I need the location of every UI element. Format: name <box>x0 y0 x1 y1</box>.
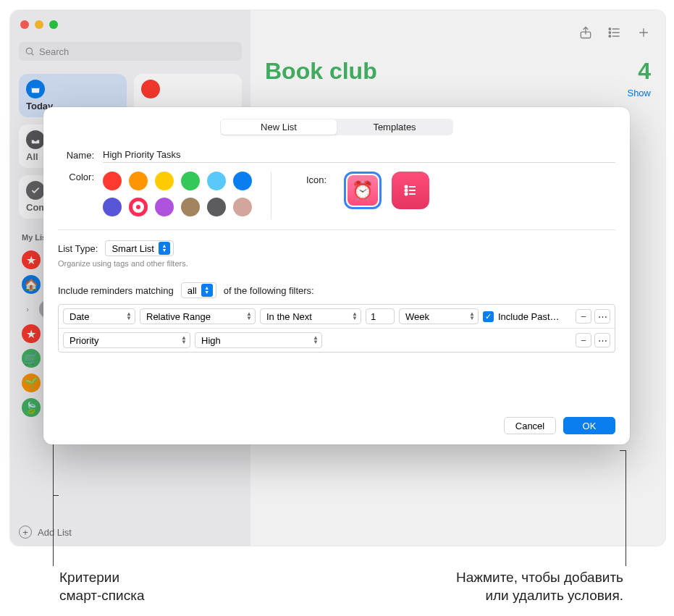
updown-icon: ▲▼ <box>352 312 358 321</box>
ok-button[interactable]: OK <box>563 417 615 434</box>
callout-right: Нажмите, чтобы добавить или удалить усло… <box>456 569 623 604</box>
updown-icon: ▲▼ <box>201 284 213 297</box>
color-swatch-green[interactable] <box>181 172 200 190</box>
list-icon: 🍃 <box>22 398 41 417</box>
updown-icon: ▲▼ <box>313 336 319 345</box>
updown-icon: ▲▼ <box>246 312 252 321</box>
filter-options-button[interactable]: ⋯ <box>594 333 610 347</box>
chevron-right-icon[interactable]: › <box>22 305 33 313</box>
updown-icon: ▲▼ <box>181 336 187 345</box>
share-icon[interactable] <box>578 25 593 40</box>
filter-op-select[interactable]: In the Next▲▼ <box>260 308 361 324</box>
callout-tick <box>53 495 59 496</box>
match-mode-value: all <box>188 285 197 296</box>
page-title: Book club <box>265 58 377 85</box>
name-field[interactable] <box>103 147 615 163</box>
check-icon <box>26 181 45 200</box>
callout-left: Критерии смарт-списка <box>59 569 145 604</box>
name-label: Name: <box>58 150 94 161</box>
icon-choices: ⏰ <box>344 172 429 209</box>
segmented-control[interactable]: New List Templates <box>220 119 453 135</box>
list-type-hint: Organize using tags and other filters. <box>58 259 615 268</box>
remove-filter-button[interactable]: − <box>576 333 591 347</box>
icon-label: Icon: <box>306 172 327 185</box>
match-mode-select[interactable]: all ▲▼ <box>181 282 216 298</box>
filter-row-priority: Priority▲▼ High▲▼ − ⋯ <box>59 328 615 352</box>
tray-icon <box>26 130 45 149</box>
updown-icon: ▲▼ <box>159 242 170 255</box>
filter-row-date: Date▲▼ Relative Range▲▼ In the Next▲▼ 1 … <box>59 305 615 328</box>
list-icon: 🏠 <box>22 275 41 294</box>
color-icon-row: Color: Icon: ⏰ <box>58 172 615 219</box>
filter-field-select[interactable]: Date▲▼ <box>63 308 135 324</box>
minimize-window-button[interactable] <box>35 20 43 29</box>
updown-icon: ▲▼ <box>469 312 475 321</box>
filter-number-input[interactable]: 1 <box>366 308 395 324</box>
color-label: Color: <box>58 172 94 182</box>
color-swatch-blue[interactable] <box>233 172 252 190</box>
svg-point-11 <box>609 35 611 38</box>
color-swatch-lightblue[interactable] <box>207 172 226 190</box>
list-type-value: Smart List <box>111 243 154 254</box>
match-suffix: of the following filters: <box>224 285 314 296</box>
list-icon: 🌱 <box>22 374 41 392</box>
add-reminder-icon[interactable] <box>636 25 651 40</box>
icon-choice-list[interactable] <box>392 172 429 209</box>
remove-filter-button[interactable]: − <box>576 309 591 324</box>
tab-new-list[interactable]: New List <box>221 119 337 135</box>
color-swatch-gray[interactable] <box>207 198 226 216</box>
svg-point-0 <box>26 48 32 54</box>
color-swatch-orange[interactable] <box>129 172 148 190</box>
calendar-icon <box>26 80 45 98</box>
window-controls <box>20 20 58 29</box>
callout-line <box>625 450 626 566</box>
filter-field-select[interactable]: Priority▲▼ <box>63 332 190 348</box>
color-swatch-pink[interactable] <box>129 198 148 216</box>
svg-point-16 <box>405 190 408 192</box>
color-swatch-red[interactable] <box>103 172 122 190</box>
list-type-row: List Type: Smart List ▲▼ <box>58 240 615 256</box>
add-list-button[interactable]: + Add List <box>19 526 72 539</box>
match-row: Include reminders matching all ▲▼ of the… <box>58 282 615 298</box>
cancel-button[interactable]: Cancel <box>504 417 556 434</box>
list-type-select[interactable]: Smart List ▲▼ <box>105 240 174 256</box>
svg-line-1 <box>32 54 34 56</box>
zoom-window-button[interactable] <box>49 20 58 29</box>
list-icon: ★ <box>22 250 41 269</box>
color-swatch-yellow[interactable] <box>155 172 174 190</box>
list-icon: ★ <box>22 324 41 343</box>
filter-options-button[interactable]: ⋯ <box>594 309 610 324</box>
updown-icon: ▲▼ <box>126 312 132 321</box>
include-past-label: Include Past… <box>498 311 560 322</box>
svg-point-9 <box>609 28 611 30</box>
list-icon: 🛒 <box>22 349 41 368</box>
list-count-large: 4 <box>638 58 651 85</box>
filter-mode-select[interactable]: Relative Range▲▼ <box>140 308 256 324</box>
svg-rect-3 <box>32 86 40 88</box>
color-swatches <box>103 172 252 216</box>
add-list-label: Add List <box>38 527 72 538</box>
tab-templates[interactable]: Templates <box>337 119 452 135</box>
toolbar <box>261 20 655 45</box>
color-swatch-purple[interactable] <box>103 198 122 216</box>
icon-choice-alarm[interactable]: ⏰ <box>344 172 382 209</box>
filter-value-select[interactable]: High▲▼ <box>195 332 322 348</box>
color-swatch-violet[interactable] <box>155 198 174 216</box>
close-window-button[interactable] <box>20 20 29 29</box>
match-prefix: Include reminders matching <box>58 285 174 296</box>
show-completed-link[interactable]: Show <box>261 85 655 101</box>
plus-icon: + <box>19 526 32 539</box>
dialog-buttons: Cancel OK <box>58 417 615 434</box>
include-past-checkbox[interactable]: ✓ <box>483 311 494 322</box>
calendar-icon <box>141 80 160 98</box>
search-icon <box>25 46 35 56</box>
callout-tick <box>620 450 625 451</box>
search-input[interactable]: Search <box>19 42 242 61</box>
view-options-icon[interactable] <box>607 25 622 40</box>
svg-point-14 <box>405 186 408 188</box>
color-swatch-brown[interactable] <box>181 198 200 216</box>
filter-unit-select[interactable]: Week▲▼ <box>399 308 479 324</box>
new-list-dialog: New List Templates Name: Color: Icon: ⏰ <box>43 107 630 444</box>
svg-point-10 <box>609 32 611 34</box>
color-swatch-rose[interactable] <box>233 198 252 216</box>
